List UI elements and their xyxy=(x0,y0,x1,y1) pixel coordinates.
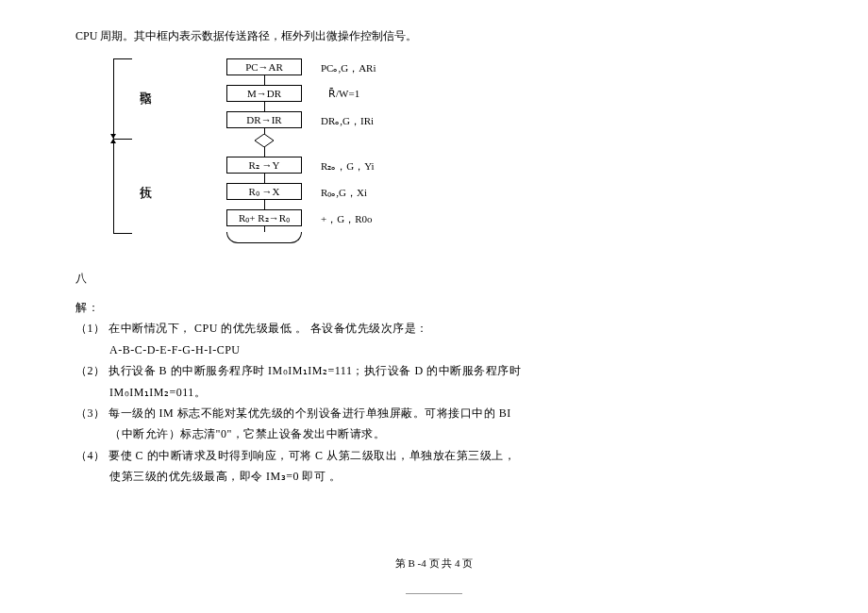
annot-3: DRₒ,G，IRi xyxy=(321,114,374,128)
bracket-v1 xyxy=(113,58,114,139)
page-footer: 第 B -4 页 共 4 页 xyxy=(0,556,868,571)
box-dr-ir: DR→IR xyxy=(226,111,302,128)
bracket-v2 xyxy=(113,139,114,233)
ans-2-l1: （2） 执行设备 B 的中断服务程序时 IM₀IM₁IM₂=111；执行设备 D… xyxy=(75,361,793,380)
conn-6 xyxy=(264,200,265,209)
intro-text: CPU 周期。其中框内表示数据传送路径，框外列出微操作控制信号。 xyxy=(75,28,793,44)
bracket-top xyxy=(113,58,132,59)
bracket-mid xyxy=(113,139,132,140)
annot-5: R₀ₒ,G，Xi xyxy=(321,186,367,200)
box-r2-y: R₂ →Y xyxy=(226,157,302,174)
section-eight-heading: 八 xyxy=(75,271,793,287)
footer-rule xyxy=(406,593,462,594)
flowchart: 取指 执行 PC→AR M→DR DR→IR R₂ →Y R₀ →X R₀+ R… xyxy=(104,58,793,247)
conn-4 xyxy=(264,147,265,157)
annot-4: R₂ₒ，G，Yi xyxy=(321,159,375,174)
page-content: CPU 周期。其中框内表示数据传送路径，框外列出微操作控制信号。 取指 执行 P… xyxy=(0,0,868,517)
box-m-dr: M→DR xyxy=(226,85,302,102)
svg-marker-0 xyxy=(255,134,274,147)
answer-header: 解： xyxy=(75,298,793,317)
bracket-arrow-up xyxy=(110,139,116,143)
annot-1: PCₒ,G，ARi xyxy=(321,61,376,75)
ans-4-l1: （4） 要使 C 的中断请求及时得到响应，可将 C 从第二级取出，单独放在第三级… xyxy=(75,446,793,465)
conn-5 xyxy=(264,174,265,183)
ans-1-l1: （1） 在中断情况下， CPU 的优先级最低 。 各设备优先级次序是： xyxy=(75,319,793,338)
box-r0r2: R₀+ R₂→R₀ xyxy=(226,209,302,226)
bracket-bot xyxy=(113,233,132,234)
annot-6: +，G，R0o xyxy=(321,212,372,226)
ans-4-l2: 使第三级的优先级最高，即令 IM₃=0 即可 。 xyxy=(75,467,793,486)
ans-2-l2: IM₀IM₁IM₂=011。 xyxy=(75,383,793,402)
ans-3-l2: （中断允许）标志清"0"，它禁止设备发出中断请求。 xyxy=(75,424,793,443)
conn-1 xyxy=(264,75,265,85)
box-r0-x: R₀ →X xyxy=(226,183,302,200)
answers-block: 解： （1） 在中断情况下， CPU 的优先级最低 。 各设备优先级次序是： A… xyxy=(75,298,793,487)
ans-1-l2: A-B-C-D-E-F-G-H-I-CPU xyxy=(75,340,793,359)
conn-2 xyxy=(264,102,265,111)
box-pc-ar: PC→AR xyxy=(226,58,302,75)
annot-2: R̄/W=1 xyxy=(328,88,359,100)
decision-diamond xyxy=(255,134,274,147)
ans-3-l1: （3） 每一级的 IM 标志不能对某优先级的个别设备进行单独屏蔽。可将接口中的 … xyxy=(75,404,793,422)
end-terminator xyxy=(226,232,302,243)
